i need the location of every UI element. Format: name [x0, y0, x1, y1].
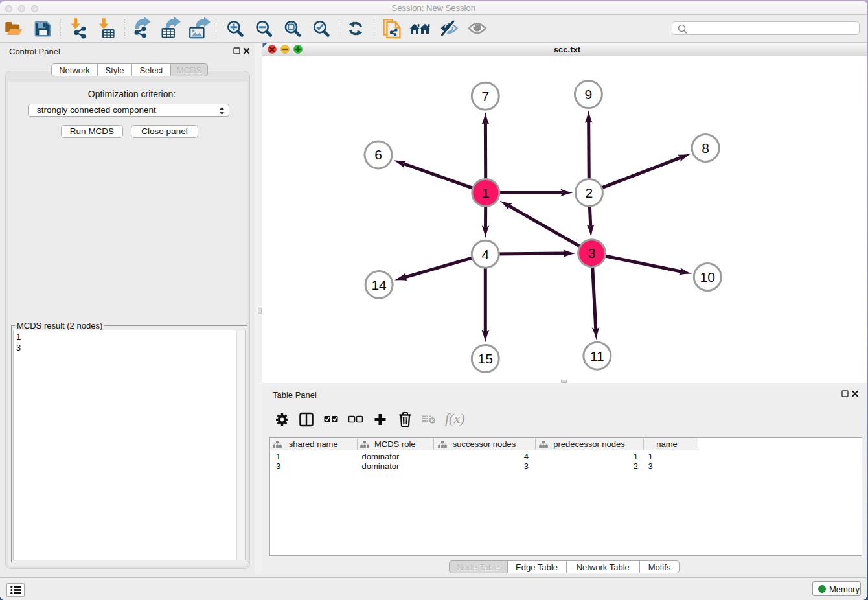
svg-text:7: 7 [481, 89, 489, 104]
svg-text:10: 10 [700, 270, 715, 284]
svg-text:3: 3 [588, 246, 596, 260]
svg-text:11: 11 [590, 349, 604, 363]
svg-text:9: 9 [585, 87, 593, 102]
svg-text:2: 2 [586, 185, 593, 200]
svg-text:f(x): f(x) [445, 410, 465, 426]
svg-text:14: 14 [371, 277, 387, 292]
svg-text:8: 8 [702, 141, 709, 156]
svg-text:1: 1 [482, 185, 490, 200]
svg-text:6: 6 [374, 147, 382, 162]
svg-text:4: 4 [481, 247, 489, 262]
svg-text:15: 15 [478, 351, 493, 366]
